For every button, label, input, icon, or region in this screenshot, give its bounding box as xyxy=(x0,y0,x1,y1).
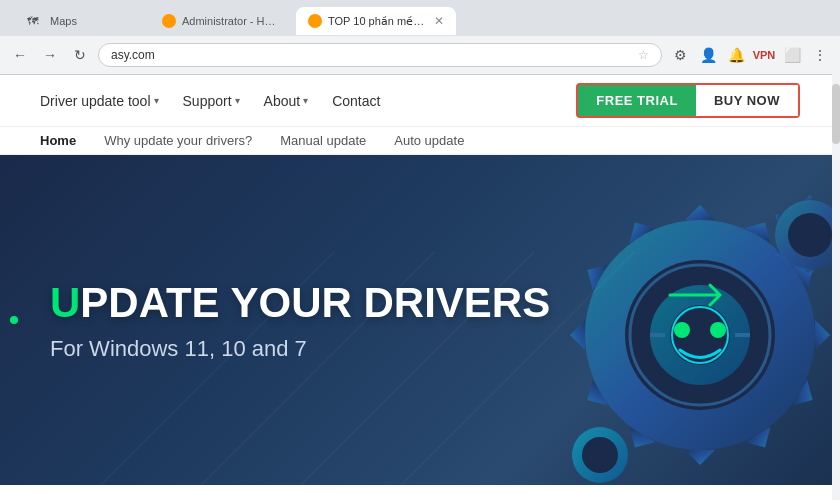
active-tab-favicon xyxy=(308,14,322,28)
tab-maps-label: Maps xyxy=(50,15,77,27)
tab-active[interactable]: TOP 10 phần mềm... ✕ xyxy=(296,7,456,35)
website: Driver update tool ▾ Support ▾ About ▾ C… xyxy=(0,75,840,485)
nav-driver-update-tool[interactable]: Driver update tool ▾ xyxy=(40,93,159,109)
tab-maps[interactable]: 🗺 Maps xyxy=(8,7,148,35)
hero-title-highlight: U xyxy=(50,279,80,326)
secondary-nav: Home Why update your drivers? Manual upd… xyxy=(0,127,840,155)
tab-admin[interactable]: Administrator - Hệ t... xyxy=(150,7,294,35)
tab-admin-label: Administrator - Hệ t... xyxy=(182,15,282,28)
free-trial-button[interactable]: FREE TRIAL xyxy=(578,85,696,116)
nav-home[interactable]: Home xyxy=(40,133,76,148)
vpn-icon[interactable]: VPN xyxy=(752,43,776,67)
hero-section: UPDATE YOUR DRIVERS For Windows 11, 10 a… xyxy=(0,155,840,485)
window-icon[interactable]: ⬜ xyxy=(780,43,804,67)
nav-cta-group: FREE TRIAL BUY NOW xyxy=(576,83,800,118)
buy-now-button[interactable]: BUY NOW xyxy=(696,85,798,116)
url-text: asy.com xyxy=(111,48,155,62)
profile-icon[interactable]: 👤 xyxy=(696,43,720,67)
toolbar-icons: ⚙ 👤 🔔 VPN ⬜ ⋮ xyxy=(668,43,832,67)
hero-subtitle: For Windows 11, 10 and 7 xyxy=(50,336,550,362)
hero-title: UPDATE YOUR DRIVERS xyxy=(50,278,550,328)
back-button[interactable]: ← xyxy=(8,43,32,67)
reload-button[interactable]: ↻ xyxy=(68,43,92,67)
forward-button[interactable]: → xyxy=(38,43,62,67)
url-box[interactable]: asy.com ☆ xyxy=(98,43,662,67)
nav-contact[interactable]: Contact xyxy=(332,93,380,109)
tab-active-label: TOP 10 phần mềm... xyxy=(328,15,428,28)
nav-manual-update[interactable]: Manual update xyxy=(280,133,366,148)
primary-nav: Driver update tool ▾ Support ▾ About ▾ C… xyxy=(0,75,840,127)
extensions-icon[interactable]: ⚙ xyxy=(668,43,692,67)
nav-support[interactable]: Support ▾ xyxy=(183,93,240,109)
tab-bar: 🗺 Maps Administrator - Hệ t... TOP 10 ph… xyxy=(0,0,840,36)
menu-icon[interactable]: ⋮ xyxy=(808,43,832,67)
hero-text: UPDATE YOUR DRIVERS For Windows 11, 10 a… xyxy=(40,278,550,362)
browser-chrome: 🗺 Maps Administrator - Hệ t... TOP 10 ph… xyxy=(0,0,840,75)
dropdown-arrow-about: ▾ xyxy=(303,95,308,106)
bell-icon[interactable]: 🔔 xyxy=(724,43,748,67)
address-bar: ← → ↻ asy.com ☆ ⚙ 👤 🔔 VPN ⬜ ⋮ xyxy=(0,36,840,74)
admin-favicon xyxy=(162,14,176,28)
tab-close-icon[interactable]: ✕ xyxy=(434,14,444,28)
dropdown-arrow-support: ▾ xyxy=(235,95,240,106)
maps-favicon: 🗺 xyxy=(20,9,44,33)
hero-title-main: PDATE YOUR DRIVERS xyxy=(80,279,550,326)
main-nav-links: Driver update tool ▾ Support ▾ About ▾ C… xyxy=(40,93,380,109)
nav-why-update[interactable]: Why update your drivers? xyxy=(104,133,252,148)
nav-auto-update[interactable]: Auto update xyxy=(394,133,464,148)
bookmark-icon[interactable]: ☆ xyxy=(638,48,649,62)
nav-about[interactable]: About ▾ xyxy=(264,93,309,109)
scrollbar-thumb[interactable] xyxy=(832,84,840,144)
dropdown-arrow-driver: ▾ xyxy=(154,95,159,106)
